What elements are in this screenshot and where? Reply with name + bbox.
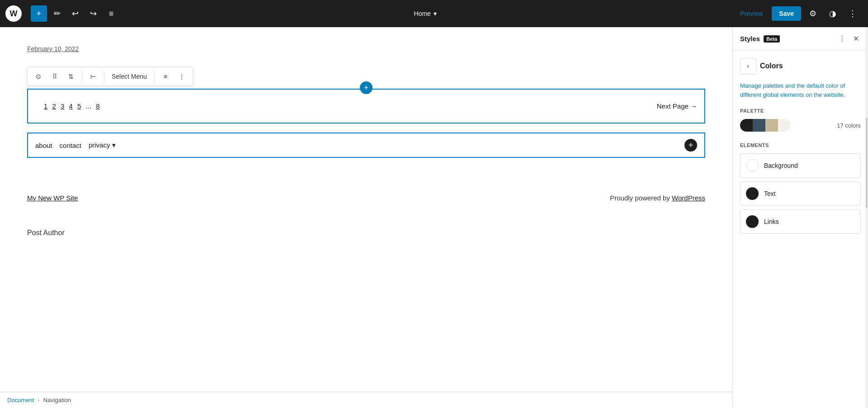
breadcrumb-navigation: Navigation bbox=[43, 397, 71, 403]
move-up-down[interactable]: ⇅ bbox=[64, 69, 78, 84]
page-link-2[interactable]: 2 bbox=[52, 102, 56, 110]
site-name-link[interactable]: My New WP Site bbox=[27, 194, 78, 202]
contrast-button[interactable]: ◑ bbox=[825, 5, 841, 22]
add-block-between-button[interactable]: + bbox=[360, 81, 373, 94]
element-row-background[interactable]: Background bbox=[740, 153, 861, 178]
element-label-links: Links bbox=[764, 218, 779, 225]
more-options-button[interactable]: ⋮ bbox=[844, 5, 861, 22]
beta-badge: Beta bbox=[764, 35, 780, 43]
page-link-8[interactable]: 8 bbox=[96, 102, 99, 110]
navigation-block-wrapper: about contact privacy ▾ + bbox=[27, 133, 705, 158]
page-title-text: Home bbox=[414, 10, 431, 17]
pagination-numbers: 1 2 3 4 5 ... 8 bbox=[35, 95, 108, 117]
colors-section: ‹ Colors Manage palettes and the default… bbox=[733, 51, 868, 408]
element-label-text: Text bbox=[764, 190, 776, 197]
sidebar-header: Styles Beta ⋮ ✕ bbox=[733, 27, 868, 51]
footer-powered-by: Proudly powered by WordPress bbox=[610, 194, 705, 202]
page-title-dropdown[interactable]: Home ▾ bbox=[409, 7, 442, 20]
nav-item-contact[interactable]: contact bbox=[60, 142, 81, 149]
nav-item-privacy[interactable]: privacy ▾ bbox=[89, 141, 116, 149]
page-link-4[interactable]: 4 bbox=[69, 102, 73, 110]
text-swatch bbox=[746, 187, 759, 200]
list-view-button[interactable]: ≡ bbox=[103, 5, 119, 22]
add-block-toolbar-button[interactable]: + bbox=[31, 5, 47, 22]
breadcrumb-separator: › bbox=[38, 397, 39, 403]
colors-description: Manage palettes and the default color of… bbox=[740, 81, 861, 99]
page-link-5[interactable]: 5 bbox=[77, 102, 81, 110]
wordpress-link[interactable]: WordPress bbox=[672, 194, 705, 202]
sidebar-scrollbar[interactable] bbox=[865, 27, 868, 408]
sidebar-more-options[interactable]: ⋮ bbox=[837, 33, 848, 45]
breadcrumb-bar: Document › Navigation bbox=[0, 392, 732, 408]
swatch-teal bbox=[753, 119, 765, 132]
sidebar-title-row: Styles Beta bbox=[740, 35, 780, 43]
links-swatch bbox=[746, 215, 759, 228]
justify-button[interactable]: ≡ bbox=[158, 69, 173, 84]
save-button[interactable]: Save bbox=[772, 6, 801, 21]
undo-button[interactable]: ↩ bbox=[67, 5, 83, 22]
palette-row: 17 colors bbox=[740, 119, 861, 132]
swatch-tan bbox=[765, 119, 778, 132]
settings-button[interactable]: ⚙ bbox=[805, 5, 821, 22]
toolbar-center: Home ▾ bbox=[123, 7, 728, 20]
element-label-background: Background bbox=[764, 162, 798, 169]
chevron-down-icon: ▾ bbox=[434, 10, 437, 17]
toolbar-right: Preview Save ⚙ ◑ ⋮ bbox=[728, 5, 868, 22]
palette-section-label: PALETTE bbox=[740, 108, 861, 114]
site-footer: My New WP Site Proudly powered by WordPr… bbox=[27, 176, 705, 220]
block-more-options[interactable]: ⋮ bbox=[175, 69, 189, 84]
element-row-links[interactable]: Links bbox=[740, 209, 861, 234]
page-link-3[interactable]: 3 bbox=[61, 102, 64, 110]
toolbar-separator-2 bbox=[104, 71, 104, 82]
edit-button[interactable]: ✏ bbox=[49, 5, 65, 22]
palette-colors-count: 17 colors bbox=[837, 122, 861, 129]
back-colors-row: ‹ Colors bbox=[740, 58, 861, 74]
pagination-block-wrapper: ⊙ ⠿ ⇅ ⊢ Select Menu ≡ ⋮ + 1 2 3 4 5 bbox=[27, 89, 705, 123]
wp-logo: W bbox=[0, 0, 27, 27]
select-menu-button[interactable]: Select Menu bbox=[108, 71, 151, 82]
elements-section-label: ELEMENTS bbox=[740, 142, 861, 148]
navigation-bar: about contact privacy ▾ + bbox=[27, 133, 705, 158]
next-page-link[interactable]: Next Page → bbox=[657, 102, 697, 110]
block-toolbar: ⊙ ⠿ ⇅ ⊢ Select Menu ≡ ⋮ bbox=[27, 67, 193, 86]
drag-handle[interactable]: ⠿ bbox=[47, 69, 62, 84]
post-author-label: Post Author bbox=[27, 229, 705, 237]
swatch-dark bbox=[740, 119, 753, 132]
colors-section-title: Colors bbox=[760, 62, 783, 70]
page-link-1[interactable]: 1 bbox=[44, 102, 47, 110]
breadcrumb-document[interactable]: Document bbox=[7, 397, 34, 403]
align-button[interactable]: ⊢ bbox=[86, 69, 100, 84]
pagination-ellipsis: ... bbox=[86, 102, 92, 110]
scrollbar-thumb bbox=[866, 118, 868, 208]
post-date: February 10, 2022 bbox=[27, 45, 705, 52]
wp-logo-mark: W bbox=[5, 5, 22, 22]
background-swatch bbox=[746, 159, 759, 172]
toolbar-actions: + ✏ ↩ ↪ ≡ bbox=[27, 5, 123, 22]
sidebar-close-button[interactable]: ✕ bbox=[851, 33, 861, 45]
palette-swatches[interactable] bbox=[740, 119, 791, 132]
right-sidebar: Styles Beta ⋮ ✕ ‹ Colors Manage palettes… bbox=[732, 0, 868, 408]
element-row-text[interactable]: Text bbox=[740, 181, 861, 206]
redo-button[interactable]: ↪ bbox=[85, 5, 101, 22]
swatch-light bbox=[778, 119, 791, 132]
main-content: February 10, 2022 ⊙ ⠿ ⇅ ⊢ Select Menu ≡ … bbox=[0, 27, 732, 408]
block-type-icon[interactable]: ⊙ bbox=[31, 69, 46, 84]
toolbar-separator bbox=[82, 71, 82, 82]
sidebar-header-actions: ⋮ ✕ bbox=[837, 33, 861, 45]
nav-add-item-button[interactable]: + bbox=[684, 139, 697, 152]
back-button[interactable]: ‹ bbox=[740, 58, 756, 74]
styles-label: Styles bbox=[740, 35, 760, 43]
nav-item-about[interactable]: about bbox=[35, 142, 52, 149]
top-toolbar: W + ✏ ↩ ↪ ≡ Home ▾ Preview Save ⚙ ◑ ⋮ bbox=[0, 0, 868, 27]
toolbar-separator-3 bbox=[154, 71, 155, 82]
preview-button[interactable]: Preview bbox=[735, 7, 769, 20]
